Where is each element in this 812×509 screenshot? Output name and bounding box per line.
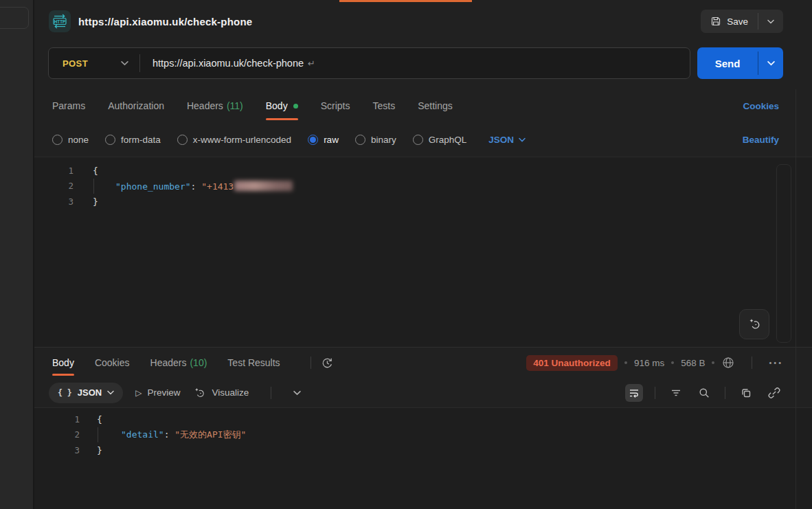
http-request-icon: HTTP bbox=[49, 10, 71, 32]
divider bbox=[725, 387, 725, 399]
divider bbox=[752, 357, 752, 369]
active-tab-accent-bar bbox=[339, 0, 472, 2]
mode-form-data-radio[interactable]: form-data bbox=[105, 135, 161, 145]
globe-icon bbox=[721, 356, 735, 370]
mode-raw-radio[interactable]: raw bbox=[308, 135, 339, 145]
separator-dot bbox=[671, 361, 674, 364]
response-tab-headers[interactable]: Headers (10) bbox=[150, 348, 207, 378]
radio-icon bbox=[105, 135, 115, 145]
save-options-button[interactable] bbox=[758, 10, 783, 33]
save-button[interactable]: Save bbox=[701, 10, 758, 33]
postbot-button[interactable] bbox=[739, 309, 769, 339]
response-status-cluster: 401 Unauthorized 916 ms 568 B bbox=[526, 355, 783, 371]
wrap-text-icon bbox=[628, 387, 640, 399]
active-tab-underline bbox=[52, 374, 74, 376]
filter-icon bbox=[670, 387, 682, 399]
divider bbox=[271, 387, 271, 399]
beautify-link[interactable]: Beautify bbox=[743, 135, 779, 145]
json-key: "detail" bbox=[121, 429, 164, 440]
line-number: 1 bbox=[34, 414, 80, 425]
tab-body[interactable]: Body bbox=[266, 89, 298, 122]
response-history-button[interactable] bbox=[321, 357, 334, 370]
link-icon bbox=[768, 387, 780, 399]
editor-scrollbar-track[interactable] bbox=[776, 164, 791, 343]
tab-scripts[interactable]: Scripts bbox=[321, 89, 350, 122]
body-mode-row: none form-data x-www-form-urlencoded raw… bbox=[34, 122, 812, 157]
tab-authorization[interactable]: Authorization bbox=[108, 89, 164, 122]
tab-settings[interactable]: Settings bbox=[418, 89, 453, 122]
wrap-text-button[interactable] bbox=[625, 384, 643, 402]
request-url-row: POST https://api.xiaomu.uk/check-phone ↵… bbox=[34, 43, 812, 89]
save-icon bbox=[710, 16, 721, 27]
visualize-sparkle-icon bbox=[192, 386, 206, 400]
line-number: 3 bbox=[34, 445, 80, 455]
app-window: HTTP https://api.xiaomu.uk/check-phone bbox=[0, 0, 812, 509]
json-string-value: "无效的API密钥" bbox=[174, 429, 246, 440]
divider bbox=[311, 357, 311, 369]
save-button-label: Save bbox=[727, 16, 748, 27]
play-outline-icon: ▷ bbox=[135, 388, 142, 398]
headers-count-badge: (11) bbox=[227, 100, 243, 111]
chevron-down-icon bbox=[767, 19, 774, 24]
response-body-editor[interactable]: 1 { 2 "detail": "无效的API密钥" 3 } bbox=[34, 407, 812, 509]
mode-urlencoded-radio[interactable]: x-www-form-urlencoded bbox=[177, 135, 291, 145]
send-button-group: Send bbox=[697, 47, 783, 79]
indent-guide bbox=[93, 179, 94, 194]
code-line: 1 { bbox=[34, 411, 812, 427]
mode-binary-radio[interactable]: binary bbox=[355, 135, 396, 145]
response-format-select[interactable]: { } JSON bbox=[49, 383, 123, 403]
line-number: 2 bbox=[34, 181, 74, 191]
sidebar-collapsed-item[interactable] bbox=[0, 7, 29, 29]
language-select[interactable]: JSON bbox=[488, 135, 526, 145]
redacted-value-blur bbox=[234, 181, 293, 191]
method-select[interactable]: POST bbox=[49, 58, 88, 69]
line-number: 3 bbox=[34, 196, 74, 207]
line-number: 1 bbox=[34, 166, 74, 176]
braces-icon: { } bbox=[58, 388, 72, 398]
main-panel: HTTP https://api.xiaomu.uk/check-phone bbox=[34, 0, 812, 509]
link-button[interactable] bbox=[765, 384, 783, 402]
response-size[interactable]: 568 B bbox=[681, 358, 705, 368]
return-key-icon: ↵ bbox=[308, 58, 315, 69]
code-line: 3 } bbox=[34, 194, 812, 210]
code-line: 3 } bbox=[34, 442, 812, 458]
search-icon bbox=[698, 387, 710, 399]
status-badge[interactable]: 401 Unauthorized bbox=[526, 355, 618, 371]
radio-icon bbox=[177, 135, 188, 145]
indent-guide bbox=[98, 427, 98, 442]
method-chevron-down-icon[interactable] bbox=[121, 60, 128, 66]
url-input[interactable]: https://api.xiaomu.uk/check-phone bbox=[140, 58, 304, 69]
radio-icon bbox=[52, 135, 63, 145]
copy-button[interactable] bbox=[737, 384, 755, 402]
tab-tests[interactable]: Tests bbox=[372, 89, 395, 122]
response-tab-body[interactable]: Body bbox=[52, 348, 74, 378]
send-button[interactable]: Send bbox=[697, 47, 758, 79]
visualize-button[interactable]: Visualize bbox=[192, 386, 249, 400]
line-number: 2 bbox=[34, 429, 80, 440]
preview-button[interactable]: ▷ Preview bbox=[135, 387, 180, 398]
left-sidebar-rail bbox=[0, 0, 34, 509]
tab-headers[interactable]: Headers (11) bbox=[187, 89, 243, 122]
view-options-chevron[interactable] bbox=[293, 390, 301, 396]
radio-selected-icon bbox=[308, 135, 318, 145]
request-body-editor[interactable]: 1 { 2 "phone_number": "+1413 3 } bbox=[34, 157, 812, 347]
filter-button[interactable] bbox=[667, 384, 685, 402]
response-time[interactable]: 916 ms bbox=[634, 358, 664, 368]
tab-params[interactable]: Params bbox=[52, 89, 85, 122]
mode-graphql-radio[interactable]: GraphQL bbox=[413, 135, 467, 145]
chevron-down-icon bbox=[519, 137, 526, 142]
search-button[interactable] bbox=[695, 384, 713, 402]
response-tab-test-results[interactable]: Test Results bbox=[227, 348, 280, 378]
code-line: 1 { bbox=[34, 163, 812, 179]
response-tab-cookies[interactable]: Cookies bbox=[95, 348, 130, 378]
network-info-button[interactable] bbox=[721, 356, 735, 370]
send-options-button[interactable] bbox=[758, 47, 783, 79]
request-title: https://api.xiaomu.uk/check-phone bbox=[78, 16, 252, 27]
cookies-link[interactable]: Cookies bbox=[743, 101, 779, 111]
code-line: 2 "detail": "无效的API密钥" bbox=[34, 427, 812, 443]
mode-none-radio[interactable]: none bbox=[52, 135, 89, 145]
response-more-menu[interactable]: ••• bbox=[769, 359, 783, 367]
response-view-icons bbox=[625, 384, 783, 402]
divider bbox=[655, 387, 655, 399]
active-tab-underline bbox=[266, 118, 298, 120]
